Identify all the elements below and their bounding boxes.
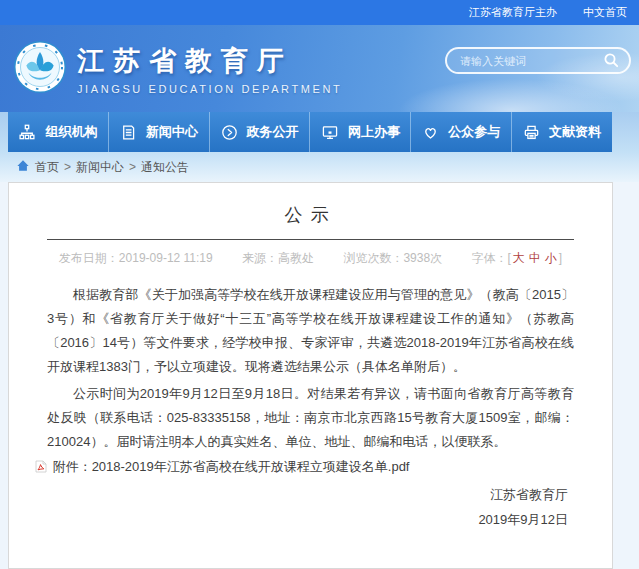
article-panel: 公示 发布日期：2019-09-12 11:19 来源：高教处 浏览次数：393… <box>8 182 613 569</box>
nav-item-label: 新闻中心 <box>146 123 198 141</box>
magnifier-icon[interactable] <box>603 52 620 69</box>
site-name-zh: 江苏省教育厅 <box>77 43 342 79</box>
site-name-en: JIANGSU EDUCATION DEPARTMENT <box>77 83 342 95</box>
font-size-large[interactable]: 大 <box>513 251 525 265</box>
article-signature: 江苏省教育厅 2019年9月12日 <box>9 482 612 532</box>
nav-item-label: 组织机构 <box>45 123 97 141</box>
nav-item-label: 政务公开 <box>247 123 299 141</box>
signature-date: 2019年9月12日 <box>9 507 568 532</box>
search-input[interactable] <box>447 55 603 67</box>
nav-item-online-services[interactable]: 网上办事 <box>310 112 411 152</box>
news-doc-icon <box>120 124 137 141</box>
nav-item-label: 文献资料 <box>549 123 601 141</box>
attachment-link[interactable]: 2018-2019年江苏省高校在线开放课程立项建设名单.pdf <box>92 459 410 474</box>
nav-item-organization[interactable]: 组织机构 <box>8 112 109 152</box>
home-icon[interactable] <box>16 159 30 175</box>
attachment-label: 附件： <box>53 459 92 474</box>
view-count: 浏览次数：3938次 <box>343 251 442 265</box>
nav-strip: 组织机构 新闻中心 政务公开 <box>0 112 639 152</box>
site-banner: 江苏省教育厅 JIANGSU EDUCATION DEPARTMENT <box>0 25 639 112</box>
org-chart-icon <box>18 124 36 141</box>
signature-org: 江苏省教育厅 <box>9 482 568 507</box>
nav-item-public-participation[interactable]: 公众参与 <box>411 112 512 152</box>
search-box[interactable] <box>445 47 631 74</box>
attachment-row: 附件：2018-2019年江苏省高校在线开放课程立项建设名单.pdf <box>9 458 612 476</box>
topbar: 江苏省教育厅主办 中文首页 <box>0 0 639 25</box>
publish-date: 发布日期：2019-09-12 11:19 <box>59 251 213 265</box>
nav-item-label: 公众参与 <box>448 123 500 141</box>
archive-icon <box>523 124 540 141</box>
article-title: 公示 <box>9 183 612 227</box>
paragraph: 根据教育部《关于加强高等学校在线开放课程建设应用与管理的意见》（教高〔2015〕… <box>47 283 574 379</box>
main-nav: 组织机构 新闻中心 政务公开 <box>8 112 612 152</box>
heart-icon <box>422 124 439 141</box>
circle-arrow-icon <box>221 124 238 141</box>
jiangsu-education-emblem <box>13 40 67 98</box>
font-size-small[interactable]: 小 <box>545 251 557 265</box>
font-size-medium[interactable]: 中 <box>529 251 541 265</box>
article-meta: 发布日期：2019-09-12 11:19 来源：高教处 浏览次数：3938次 … <box>9 240 612 267</box>
pdf-icon <box>35 459 53 474</box>
source: 来源：高教处 <box>242 251 314 265</box>
nav-item-gov-info[interactable]: 政务公开 <box>210 112 311 152</box>
nav-item-label: 网上办事 <box>348 123 400 141</box>
nav-item-news[interactable]: 新闻中心 <box>109 112 210 152</box>
breadcrumb-notices[interactable]: 通知公告 <box>141 159 189 176</box>
monitor-icon <box>321 124 339 141</box>
nav-item-documents[interactable]: 文献资料 <box>512 112 612 152</box>
breadcrumb-home[interactable]: 首页 <box>35 159 59 176</box>
breadcrumb-separator: > <box>64 160 71 174</box>
site-title-block: 江苏省教育厅 JIANGSU EDUCATION DEPARTMENT <box>77 43 342 95</box>
article-body: 根据教育部《关于加强高等学校在线开放课程建设应用与管理的意见》（教高〔2015〕… <box>9 267 612 454</box>
topbar-link-home[interactable]: 中文首页 <box>583 5 627 20</box>
breadcrumb-separator: > <box>129 160 136 174</box>
topbar-link-host[interactable]: 江苏省教育厅主办 <box>469 5 557 20</box>
breadcrumb: 首页 > 新闻中心 > 通知公告 <box>0 152 639 182</box>
paragraph: 公示时间为2019年9月12日至9月18日。对结果若有异议，请书面向省教育厅高等… <box>47 382 574 454</box>
breadcrumb-news-center[interactable]: 新闻中心 <box>76 159 124 176</box>
font-size-control: 字体：[大中小] <box>471 251 562 265</box>
